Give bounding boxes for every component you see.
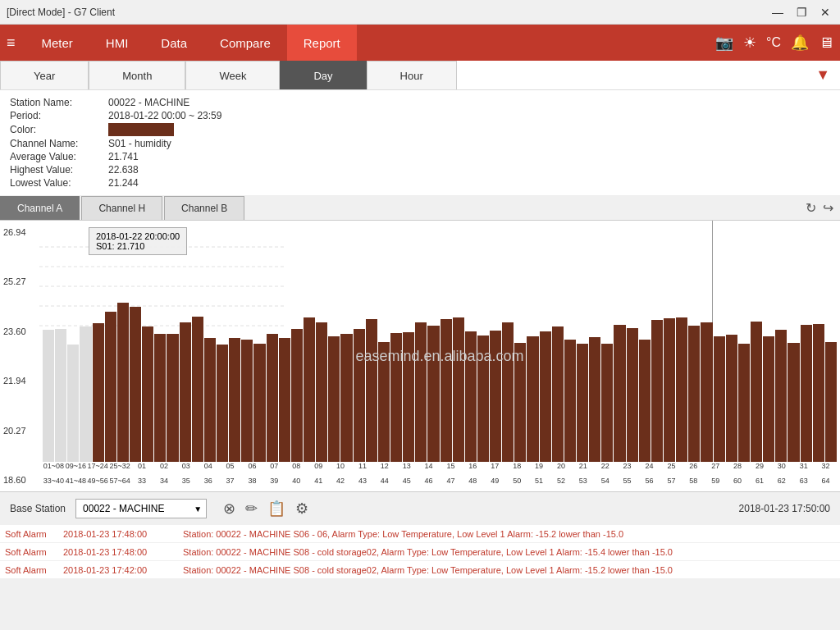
bar-32[interactable] <box>427 326 439 462</box>
cancel-icon[interactable]: ⊗ <box>223 500 235 518</box>
bar-8[interactable] <box>130 307 141 462</box>
bar-51[interactable] <box>664 318 675 462</box>
tab-hour[interactable]: Hour <box>367 61 457 89</box>
bar-35[interactable] <box>465 331 477 462</box>
bar-4[interactable] <box>80 326 91 462</box>
bar-57[interactable] <box>738 344 750 462</box>
channel-tab-b[interactable]: Channel B <box>164 196 244 220</box>
tab-year[interactable]: Year <box>0 61 89 89</box>
hamburger-menu[interactable]: ≡ <box>7 34 16 52</box>
bar-55[interactable] <box>714 336 725 462</box>
bar-41[interactable] <box>540 331 551 462</box>
bar-62[interactable] <box>801 325 812 462</box>
bar-27[interactable] <box>366 319 377 462</box>
close-button[interactable]: ✕ <box>817 6 833 19</box>
bar-19[interactable] <box>267 334 278 462</box>
bar-20[interactable] <box>279 338 290 462</box>
bar-38[interactable] <box>502 322 514 462</box>
bar-28[interactable] <box>378 342 390 462</box>
base-station-select-wrapper[interactable]: 00022 - MACHINE ▼ <box>75 499 207 518</box>
bar-13[interactable] <box>192 317 203 462</box>
chart-area[interactable]: 26.94 25.27 23.60 21.94 20.27 18.60 2018… <box>0 221 840 491</box>
bar-49[interactable] <box>639 340 651 462</box>
bar-37[interactable] <box>490 331 501 462</box>
bar-53[interactable] <box>688 326 700 462</box>
bar-58[interactable] <box>751 322 762 462</box>
bar-18[interactable] <box>253 344 265 462</box>
bar-30[interactable] <box>403 332 414 462</box>
bar-22[interactable] <box>304 317 315 462</box>
bar-50[interactable] <box>651 320 663 462</box>
bar-9[interactable] <box>142 326 153 462</box>
bar-2[interactable] <box>55 329 66 462</box>
channel-tab-a[interactable]: Channel A <box>0 196 80 220</box>
brightness-icon[interactable]: ☀ <box>743 34 756 52</box>
camera-icon[interactable]: 📷 <box>715 34 733 52</box>
display-icon[interactable]: 🖥 <box>819 34 833 52</box>
bar-59[interactable] <box>763 336 774 462</box>
x-label-2-13: 42 <box>330 477 352 491</box>
bar-34[interactable] <box>453 317 464 462</box>
bar-21[interactable] <box>291 329 303 462</box>
bar-16[interactable] <box>229 338 240 462</box>
base-station-select[interactable]: 00022 - MACHINE <box>75 499 207 518</box>
bar-60[interactable] <box>775 330 787 462</box>
bar-17[interactable] <box>241 340 253 462</box>
menu-bar: ≡ Meter HMI Data Compare Report 📷 ☀ °C 🔔… <box>0 25 840 61</box>
notification-icon[interactable]: 🔔 <box>791 34 809 52</box>
bar-45[interactable] <box>589 337 600 462</box>
bar-29[interactable] <box>390 333 402 462</box>
channel-tab-h[interactable]: Channel H <box>81 196 162 220</box>
refresh-icon[interactable]: ↻ <box>806 200 816 216</box>
copy-icon[interactable]: 📋 <box>267 500 285 518</box>
bar-56[interactable] <box>726 335 737 462</box>
menu-hmi[interactable]: HMI <box>89 25 145 61</box>
bar-7[interactable] <box>117 303 129 462</box>
bar-24[interactable] <box>328 336 340 462</box>
bar-48[interactable] <box>627 328 638 462</box>
bar-39[interactable] <box>514 343 526 462</box>
bar-15[interactable] <box>217 345 228 462</box>
bar-46[interactable] <box>601 344 613 462</box>
bar-11[interactable] <box>167 334 178 462</box>
tab-dropdown-arrow[interactable]: ▼ <box>815 61 840 89</box>
bar-14[interactable] <box>204 338 216 462</box>
menu-meter[interactable]: Meter <box>25 25 89 61</box>
bar-43[interactable] <box>564 340 576 462</box>
bar-31[interactable] <box>415 322 427 463</box>
x-label-1-29: 26 <box>682 462 705 477</box>
menu-report[interactable]: Report <box>287 25 357 61</box>
menu-compare[interactable]: Compare <box>203 25 287 61</box>
bar-33[interactable] <box>441 319 452 462</box>
bar-3[interactable] <box>67 345 79 462</box>
bar-36[interactable] <box>477 336 489 462</box>
bar-54[interactable] <box>701 322 712 462</box>
edit-icon[interactable]: ✏ <box>245 500 258 518</box>
export-icon[interactable]: ↪ <box>823 200 833 216</box>
bar-6[interactable] <box>105 312 116 462</box>
bar-26[interactable] <box>354 329 365 462</box>
menu-data[interactable]: Data <box>144 25 203 61</box>
settings-icon[interactable]: ⚙ <box>295 500 308 518</box>
bar-5[interactable] <box>93 323 104 462</box>
maximize-button[interactable]: ❐ <box>793 6 810 19</box>
bar-25[interactable] <box>340 334 352 462</box>
tab-day[interactable]: Day <box>280 61 366 89</box>
bar-61[interactable] <box>788 343 799 462</box>
bar-64[interactable] <box>825 342 837 462</box>
bar-52[interactable] <box>676 317 687 462</box>
bar-44[interactable] <box>577 344 588 462</box>
bar-42[interactable] <box>552 326 564 462</box>
bar-12[interactable] <box>180 322 191 462</box>
low-value-row: Lowest Value: 21.244 <box>10 177 830 189</box>
bar-23[interactable] <box>316 322 327 462</box>
bar-1[interactable] <box>43 330 54 462</box>
temperature-icon[interactable]: °C <box>766 35 781 50</box>
tab-week[interactable]: Week <box>185 61 280 89</box>
bar-63[interactable] <box>813 324 824 462</box>
bar-10[interactable] <box>154 334 166 462</box>
bar-47[interactable] <box>614 325 625 462</box>
bar-40[interactable] <box>527 336 538 462</box>
minimize-button[interactable]: — <box>769 6 787 19</box>
tab-month[interactable]: Month <box>89 61 185 89</box>
